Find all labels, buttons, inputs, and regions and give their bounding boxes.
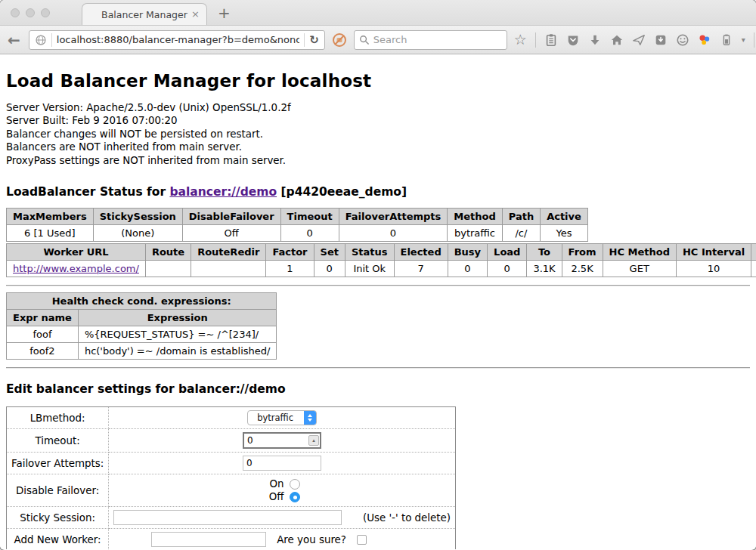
browser-window: Balancer Manager × + ← ↻ ☆	[0, 0, 756, 550]
status-heading-suffix: [p4420eeae_demo]	[277, 185, 407, 199]
reload-icon[interactable]: ↻	[309, 33, 319, 47]
select-stepper-icon	[304, 410, 316, 425]
health-row: foof2 hc('body') =~ /domain is establish…	[7, 343, 277, 360]
toolbar-buttons: ☆	[514, 32, 745, 48]
lbmethod-selected-value: bytraffic	[248, 412, 304, 423]
page-title: Load Balancer Manager for localhost	[6, 71, 750, 91]
table-cell: 1 (0)	[751, 261, 756, 277]
new-tab-button[interactable]: +	[218, 4, 231, 22]
table-cell: Yes	[541, 225, 588, 242]
health-title-row: Health check cond. expressions:	[7, 293, 277, 310]
worker-data-row: http://www.example.com/ 10Init Ok7003.1K…	[7, 261, 756, 277]
radio-off[interactable]	[290, 492, 300, 502]
search-icon	[359, 35, 370, 45]
pocket-square-icon[interactable]	[654, 33, 668, 47]
lbmethod-label: LBmethod:	[7, 407, 109, 429]
column-header: From	[562, 244, 603, 261]
failover-attempts-label: Failover Attempts:	[7, 453, 109, 474]
home-icon[interactable]	[610, 33, 624, 47]
column-header: Elected	[394, 244, 448, 261]
sticky-session-value-cell: (Use '-' to delete)	[109, 507, 456, 529]
lbmethod-value-cell: bytraffic	[109, 407, 456, 429]
lbmethod-select[interactable]: bytraffic	[247, 410, 317, 425]
bookmark-star-icon[interactable]: ☆	[514, 32, 527, 47]
section-divider	[6, 367, 750, 369]
battery-extension-icon[interactable]	[720, 33, 733, 47]
radio-off-label: Off	[265, 490, 284, 503]
table-cell: /c/	[502, 225, 540, 242]
table-cell: bytraffic	[448, 225, 502, 242]
health-header-row: Expr nameExpression	[7, 310, 277, 326]
page-content: Load Balancer Manager for localhost Serv…	[0, 54, 756, 549]
add-worker-label: Add New Worker:	[7, 529, 109, 549]
disable-failover-value-cell: On Off	[109, 474, 456, 507]
search-bar[interactable]	[354, 30, 507, 50]
back-icon[interactable]: ←	[8, 32, 20, 48]
toolbar-divider	[535, 32, 536, 48]
navigation-toolbar: ← ↻ ☆	[0, 25, 756, 54]
expression-cell: hc('body') =~ /domain is established/	[78, 343, 277, 360]
send-plane-icon[interactable]	[632, 33, 646, 47]
toolbar-divider	[754, 32, 754, 48]
sticky-session-input[interactable]	[113, 510, 342, 525]
radio-on-label: On	[265, 477, 284, 490]
health-table-title: Health check cond. expressions:	[7, 293, 277, 310]
download-arrow-icon[interactable]	[588, 33, 602, 47]
column-header: DisableFailover	[182, 209, 280, 225]
add-worker-input[interactable]	[151, 532, 266, 547]
traffic-lights	[11, 8, 50, 17]
balancer-status-table: MaxMembersStickySessionDisableFailoverTi…	[6, 208, 588, 242]
are-you-sure-checkbox[interactable]	[357, 535, 367, 545]
timeout-row: Timeout: ▴	[7, 429, 456, 453]
blocked-content-icon[interactable]	[332, 32, 347, 48]
table-cell	[145, 261, 191, 277]
table-cell: GET	[603, 261, 676, 277]
urlbar-divider	[51, 33, 52, 47]
column-header: Worker URL	[7, 244, 146, 261]
smiley-icon[interactable]	[676, 33, 689, 47]
balancer-demo-link[interactable]: balancer://demo	[169, 185, 277, 199]
number-spinner-icon[interactable]: ▴	[308, 435, 319, 446]
edit-settings-heading: Edit balancer settings for balancer://de…	[6, 382, 750, 396]
column-header: HC Interval	[676, 244, 751, 261]
search-input[interactable]	[373, 34, 502, 45]
table-cell: 1	[266, 261, 314, 277]
column-header: HC Method	[603, 244, 676, 261]
color-dots-extension-icon[interactable]	[698, 33, 711, 47]
add-worker-value-cell: Are you sure?	[109, 529, 456, 549]
clipboard-icon[interactable]	[544, 33, 558, 47]
disable-failover-label: Disable Failover:	[7, 474, 109, 507]
table-cell: 3.1K	[527, 261, 562, 277]
expr-name-cell: foof	[7, 326, 79, 343]
browser-tab[interactable]: Balancer Manager ×	[82, 3, 207, 25]
pocket-icon[interactable]	[566, 33, 580, 47]
expr-name-cell: foof2	[7, 343, 79, 360]
failover-attempts-input[interactable]	[243, 456, 321, 471]
worker-url-cell: http://www.example.com/	[7, 261, 146, 277]
radio-on[interactable]	[290, 479, 300, 490]
chevron-down-icon[interactable]: ▾	[742, 36, 745, 44]
table-cell: 6 [1 Used]	[7, 225, 94, 242]
column-header: Load	[488, 244, 527, 261]
column-header: Status	[345, 244, 394, 261]
timeout-value-cell: ▴	[109, 429, 456, 453]
section-divider	[6, 285, 750, 286]
sticky-session-row: Sticky Session: (Use '-' to delete)	[7, 507, 456, 529]
window-zoom-button[interactable]	[41, 8, 50, 17]
table-cell: 0	[280, 225, 339, 242]
worker-header-row: Worker URLRouteRouteRedirFactorSetStatus…	[7, 244, 756, 261]
column-header: Route	[145, 244, 191, 261]
worker-url-link[interactable]: http://www.example.com/	[13, 263, 139, 274]
column-header: Expr name	[7, 310, 79, 326]
column-header: To	[527, 244, 562, 261]
table-cell: 2.5K	[562, 261, 603, 277]
window-minimize-button[interactable]	[26, 8, 35, 17]
urlbar-divider	[304, 33, 305, 47]
table-cell: 0	[448, 261, 487, 277]
url-bar[interactable]: ↻	[29, 30, 325, 50]
tab-close-icon[interactable]: ×	[191, 8, 200, 20]
window-close-button[interactable]	[11, 8, 20, 17]
address-input[interactable]	[57, 34, 299, 45]
status-heading-prefix: LoadBalancer Status for	[6, 185, 169, 199]
column-header: Factor	[266, 244, 314, 261]
